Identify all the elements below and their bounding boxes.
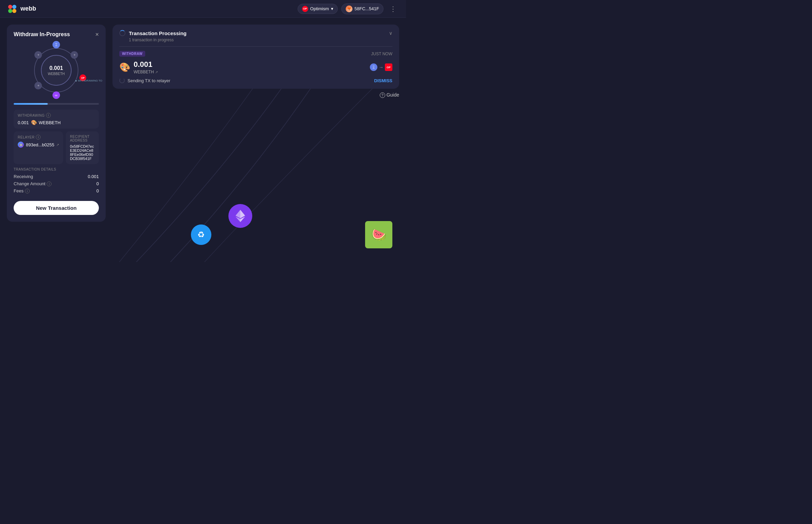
network-visualization: 0.001 WEBBETH Ξ ⟡ ⟡ ⟡ OP ∞ WITHDRAWING T… <box>29 43 84 98</box>
token-name-row: WEBBETH ↗ <box>134 70 158 74</box>
sending-text: Sending TX to relayer <box>127 78 170 83</box>
relayer-icon: 🤖 <box>18 142 24 148</box>
withdrawing-to-label: WITHDRAWING TO <box>75 79 102 82</box>
withdrawing-label: WITHDRAWING i <box>18 113 95 118</box>
svg-point-0 <box>8 5 12 9</box>
withdraw-card: WITHDRAW JUST NOW 🎨 0.001 WEBBETH ↗ <box>119 46 392 83</box>
circle-amount: 0.001 <box>49 65 63 71</box>
fees-row: Fees i 0 <box>14 188 99 193</box>
svg-point-2 <box>8 9 12 13</box>
info-icon-withdrawing: i <box>46 113 51 118</box>
circle-center: 0.001 WEBBETH <box>41 55 72 86</box>
withdraw-amount-left: 🎨 0.001 WEBBETH ↗ <box>119 60 158 74</box>
withdrawing-info-box: WITHDRAWING i 0.001 🎨 WEBBETH <box>14 110 99 129</box>
network-button[interactable]: OP Optimism ▾ <box>298 4 338 14</box>
receiving-value: 0.001 <box>88 174 99 179</box>
webb-logo-icon <box>7 3 18 14</box>
relayer-label: RELAYER i <box>18 135 59 140</box>
tx-processing-subtitle: 1 transaction in progress <box>129 38 392 42</box>
sending-spinner <box>119 78 125 83</box>
webbeth-icon: 🎨 <box>31 120 37 125</box>
change-amount-row: Change Amount i 0 <box>14 181 99 186</box>
right-side: Transaction Processing ∨ 1 transaction i… <box>112 25 399 255</box>
circle-token: WEBBETH <box>48 72 64 76</box>
info-icon-fees: i <box>25 189 30 193</box>
withdrawing-dot <box>75 80 77 82</box>
wallet-avatar: 🦊 <box>346 5 352 12</box>
recipient-value: 0x58FCD47ecE3ED24ACe88FEe06efD90DCB38f54… <box>70 144 95 161</box>
sending-row: Sending TX to relayer DISMISS <box>119 78 392 83</box>
receiving-row: Receiving 0.001 <box>14 174 99 179</box>
more-menu-button[interactable]: ⋮ <box>387 3 399 14</box>
recipient-info-box: RECIPIENT ADDRESS 0x58FCD47ecE3ED24ACe88… <box>66 131 99 164</box>
amount-big: 0.001 <box>134 60 158 69</box>
eth-logo <box>234 209 247 223</box>
guide-icon: ? <box>380 92 385 98</box>
logo-text: webb <box>20 5 36 12</box>
external-link-icon[interactable]: ↗ <box>56 143 59 147</box>
wallet-button[interactable]: 🦊 58FC...541F <box>341 3 384 14</box>
wallet-address: 58FC...541F <box>355 6 379 11</box>
progress-fill <box>14 103 48 105</box>
multi-node-1: ⟡ <box>34 51 42 59</box>
network-label: Optimism <box>310 6 329 11</box>
guide-label: Guide <box>387 92 399 98</box>
transaction-processing-panel: Transaction Processing ∨ 1 transaction i… <box>112 25 399 89</box>
relayer-recipient-row: RELAYER i 🤖 893ed...b0255 ↗ RECIPIENT AD… <box>14 131 99 164</box>
header: webb OP Optimism ▾ 🦊 58FC...541F ⋮ <box>0 0 406 18</box>
background-eth-circle <box>228 204 252 228</box>
multi-node-3: ⟡ <box>34 82 42 89</box>
just-now-label: JUST NOW <box>371 52 392 56</box>
infinity-node: ∞ <box>52 91 60 99</box>
tx-processing-left: Transaction Processing <box>119 30 186 36</box>
dismiss-button[interactable]: DISMISS <box>374 78 392 83</box>
main-content: Withdraw In-Progress × 0.001 WEBBETH Ξ ⟡… <box>0 18 406 262</box>
header-right: OP Optimism ▾ 🦊 58FC...541F ⋮ <box>298 3 399 14</box>
network-dot: OP <box>302 6 308 12</box>
relayer-info-box: RELAYER i 🤖 893ed...b0255 ↗ <box>14 131 63 164</box>
svg-point-3 <box>12 9 16 13</box>
change-amount-value: 0 <box>96 181 99 186</box>
multi-node-2: ⟡ <box>71 51 78 59</box>
guide-button[interactable]: ? Guide <box>380 92 399 98</box>
dest-chain-icon: OP <box>385 63 392 71</box>
progress-bar <box>14 103 99 105</box>
info-icon-relayer: i <box>36 135 41 140</box>
svg-point-1 <box>12 5 16 9</box>
chevron-up-icon[interactable]: ∨ <box>389 30 392 36</box>
tx-details-title: TRANSACTION DETAILS <box>14 168 99 171</box>
chain-arrow: → <box>379 64 384 70</box>
change-amount-label: Change Amount i <box>14 181 51 186</box>
transaction-details: TRANSACTION DETAILS Receiving 0.001 Chan… <box>14 168 99 193</box>
withdraw-panel: Withdraw In-Progress × 0.001 WEBBETH Ξ ⟡… <box>7 25 106 222</box>
webbeth-big-icon: 🎨 <box>119 62 130 73</box>
panel-header: Withdraw In-Progress × <box>14 31 99 38</box>
guide-section: ? Guide <box>112 92 399 98</box>
withdrawing-value: 0.001 🎨 WEBBETH <box>18 120 95 125</box>
tx-processing-title: Transaction Processing <box>129 30 186 36</box>
fees-value: 0 <box>96 188 99 193</box>
sending-left: Sending TX to relayer <box>119 78 170 83</box>
chevron-down-icon: ▾ <box>331 6 333 11</box>
fees-label: Fees i <box>14 188 30 193</box>
tx-processing-header: Transaction Processing ∨ <box>119 30 392 36</box>
eth-node: Ξ <box>52 41 60 48</box>
logo: webb <box>7 3 36 14</box>
chain-icons: Ξ → OP <box>370 63 392 71</box>
source-chain-icon: Ξ <box>370 63 377 71</box>
withdraw-badge: WITHDRAW <box>119 51 145 57</box>
background-blue-circle: ♻ <box>191 224 211 245</box>
panel-title: Withdraw In-Progress <box>14 31 70 38</box>
token-external-link[interactable]: ↗ <box>155 70 158 74</box>
withdraw-card-header: WITHDRAW JUST NOW <box>119 51 392 57</box>
info-icon-change: i <box>47 181 51 186</box>
background-watermelon: 🍉 <box>365 221 392 248</box>
amount-token-group: 0.001 WEBBETH ↗ <box>134 60 158 74</box>
recipient-label: RECIPIENT ADDRESS <box>70 135 95 142</box>
withdraw-amount-row: 🎨 0.001 WEBBETH ↗ Ξ → OP <box>119 60 392 74</box>
relayer-value: 🤖 893ed...b0255 ↗ <box>18 142 59 148</box>
receiving-label: Receiving <box>14 174 33 179</box>
close-button[interactable]: × <box>95 31 99 38</box>
new-transaction-button[interactable]: New Transaction <box>14 201 99 215</box>
spinner-icon <box>119 30 125 36</box>
